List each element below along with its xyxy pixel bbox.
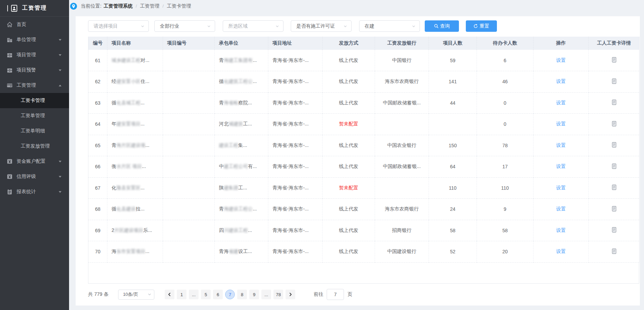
settings-link[interactable]: 设置 (556, 57, 566, 63)
sidebar-item-项目预警[interactable]: 项目预警 (0, 63, 69, 78)
goto-page-input[interactable]: 7 (327, 289, 344, 300)
settings-link[interactable]: 设置 (556, 121, 566, 126)
breadcrumb-root[interactable]: 工资管理系统 (104, 3, 133, 9)
warning-icon (7, 67, 13, 73)
sidebar-item-项目管理[interactable]: 项目管理 (0, 47, 69, 63)
page-button-1[interactable]: 1 (177, 290, 186, 299)
breadcrumb-prefix: 当前位置: (81, 3, 102, 9)
wage-card-detail-icon[interactable] (612, 185, 616, 190)
cell-detail (589, 50, 640, 71)
chevron-down-icon (148, 293, 151, 296)
cell-action: 设置 (534, 156, 589, 178)
filter-select-value: 请选择项目 (94, 23, 141, 29)
cell-address: 青海省-海东市-... (268, 71, 323, 93)
cell-bank: 中国邮政储蓄银... (375, 92, 429, 114)
cell-bank: 中国农业银行 (375, 135, 429, 156)
settings-link[interactable]: 设置 (556, 100, 566, 105)
settings-link[interactable]: 设置 (556, 227, 566, 233)
settings-link[interactable]: 设置 (556, 163, 566, 169)
refresh-icon (473, 24, 478, 28)
page-button-6[interactable]: 6 (213, 290, 223, 299)
wage-card-detail-icon[interactable] (612, 142, 616, 148)
cell-detail (589, 156, 640, 178)
reset-button[interactable]: 重置 (466, 20, 497, 32)
cell-project-name: 经建安置小区住... (107, 71, 163, 93)
chevron-down-icon (59, 39, 61, 41)
sidebar-subitem-工资发放管理[interactable]: 工资发放管理 (0, 139, 69, 154)
cell-project-name: 衡水片区 项目... (107, 156, 163, 178)
cell-pending: 6 (477, 50, 534, 71)
wage-card-detail-icon[interactable] (612, 248, 616, 254)
wage-card-detail-icon[interactable] (612, 227, 616, 233)
home-icon (7, 21, 13, 28)
page-ellipsis[interactable]: ... (189, 290, 199, 299)
filter-select-1[interactable]: 请选择项目 (88, 20, 149, 32)
settings-link[interactable]: 设置 (556, 185, 566, 190)
cell-bank (375, 177, 429, 199)
breadcrumb-separator: / (163, 3, 164, 9)
page-button-78[interactable]: 78 (273, 290, 283, 299)
cell-project-name: 城乡建设工程对... (107, 50, 163, 71)
sidebar-item-label: 项目管理 (17, 52, 36, 58)
cell-pending: 110 (477, 177, 534, 199)
page-ellipsis[interactable]: ... (261, 290, 271, 299)
sidebar-item-资金账户配置[interactable]: 资金账户配置 (0, 154, 69, 169)
filter-select-value: 在建 (365, 23, 412, 29)
cell-method: 线上代发 (323, 50, 375, 71)
wage-card-detail-icon[interactable] (612, 100, 616, 105)
cell-contractor: 陕建集团工... (215, 177, 268, 199)
sidebar-item-信用评级[interactable]: 信用评级 (0, 169, 69, 184)
page-button-7[interactable]: 7 (225, 290, 235, 299)
cell-method: 线上代发 (323, 156, 375, 178)
filter-select-5[interactable]: 在建 (359, 20, 420, 32)
sidebar-item-首页[interactable]: 首页 (0, 17, 69, 32)
page-button-8[interactable]: 8 (237, 290, 247, 299)
settings-link[interactable]: 设置 (556, 206, 566, 212)
sidebar-item-工资管理[interactable]: 工资管理 (0, 78, 69, 93)
cell-action: 设置 (534, 50, 589, 71)
cell-id: 63 (88, 92, 107, 114)
cell-method: 线上代发 (323, 92, 375, 114)
settings-link[interactable]: 设置 (556, 142, 566, 148)
sidebar-subitem-工资单管理[interactable]: 工资单管理 (0, 108, 69, 123)
sidebar-item-报表统计[interactable]: 报表统计 (0, 184, 69, 199)
cell-id: 69 (88, 220, 107, 241)
prev-page-button[interactable] (165, 290, 174, 299)
cell-contractor: 青海省建设工... (215, 241, 268, 263)
cell-people: 24 (429, 199, 477, 220)
sidebar-subitem-工资卡管理[interactable]: 工资卡管理 (0, 93, 69, 108)
page-size-select[interactable]: 10条/页 (118, 290, 154, 300)
location-pin-icon (70, 3, 77, 10)
breadcrumb-item-2[interactable]: 工资卡管理 (167, 3, 191, 9)
cell-pending: 78 (477, 135, 534, 156)
filter-select-4[interactable]: 是否有施工许可证 (291, 20, 352, 32)
cell-action: 设置 (534, 177, 589, 199)
page-button-9[interactable]: 9 (249, 290, 259, 299)
chevron-down-icon (276, 25, 279, 28)
table-row-69: 692片区建设项目乐...四川建设工程...青海省-海东市-...线上代发招商银… (88, 220, 640, 241)
filter-select-3[interactable]: 所选区域 (223, 20, 283, 32)
wage-card-detail-icon[interactable] (612, 57, 616, 63)
wage-card-detail-icon[interactable] (612, 121, 616, 126)
settings-link[interactable]: 设置 (556, 78, 566, 84)
cell-detail (589, 177, 640, 199)
sidebar-item-单位管理[interactable]: 单位管理 (0, 32, 69, 47)
credit-icon (7, 173, 13, 180)
wage-card-detail-icon[interactable] (612, 206, 616, 212)
cell-action: 设置 (534, 135, 589, 156)
cell-id: 64 (88, 114, 107, 135)
column-header-编号: 编号 (88, 37, 107, 50)
cell-pending: 0 (477, 92, 534, 114)
page-button-5[interactable]: 5 (201, 290, 211, 299)
filter-select-2[interactable]: 全部行业 (154, 20, 215, 32)
search-icon (434, 24, 439, 28)
wage-card-detail-icon[interactable] (612, 78, 616, 84)
query-button[interactable]: 查询 (425, 20, 459, 32)
next-page-button[interactable] (286, 290, 295, 299)
wage-card-detail-icon[interactable] (612, 163, 616, 169)
cell-address: 青海省-海东市-... (268, 114, 323, 135)
breadcrumb-item-1[interactable]: 工资管理 (140, 3, 160, 9)
cell-project-code (163, 92, 215, 114)
sidebar-subitem-工资单明细[interactable]: 工资单明细 (0, 123, 69, 139)
settings-link[interactable]: 设置 (556, 248, 566, 254)
